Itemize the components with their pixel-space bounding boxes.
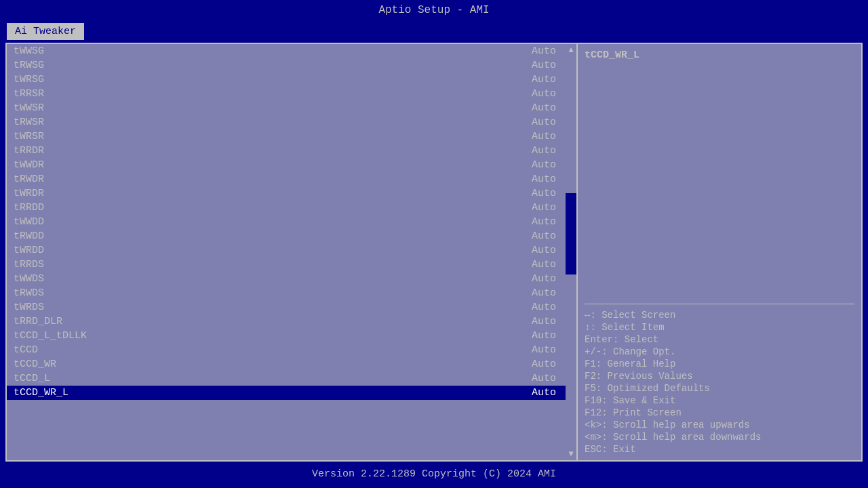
setting-value: Auto [532, 359, 556, 370]
setting-row[interactable]: tRWDDAuto [7, 229, 576, 243]
setting-row[interactable]: tRRSRAuto [7, 87, 576, 101]
setting-value: Auto [532, 174, 556, 185]
setting-row[interactable]: tWWDSAuto [7, 272, 576, 286]
tab-ai-tweaker[interactable]: Ai Tweaker [7, 23, 84, 40]
setting-value: Auto [532, 74, 556, 85]
setting-value: Auto [532, 117, 556, 128]
setting-row[interactable]: tWRSGAuto [7, 73, 576, 87]
setting-row[interactable]: tWRDDAuto [7, 243, 576, 258]
scrollbar[interactable]: ▲ ▼ [566, 44, 576, 460]
setting-name: tWRSG [14, 74, 44, 85]
setting-row[interactable]: tCCD_WR_LAuto [7, 386, 576, 400]
setting-row[interactable]: tWWDDAuto [7, 215, 576, 229]
left-panel: tWWSGAutotRWSGAutotWRSGAutotRRSRAutotWWS… [7, 44, 576, 460]
setting-value: Auto [532, 202, 556, 214]
setting-name: tCCD_WR [14, 359, 56, 370]
setting-value: Auto [532, 102, 556, 114]
setting-name: tWRDD [14, 245, 44, 256]
key-help: ↔: Select Screen↕: Select ItemEnter: Sel… [585, 310, 854, 455]
setting-row[interactable]: tRRDRAuto [7, 144, 576, 158]
setting-row[interactable]: tRWSGAuto [7, 58, 576, 73]
setting-value: Auto [532, 60, 556, 71]
setting-name: tRWDS [14, 287, 44, 299]
setting-row[interactable]: tRRD_DLRAuto [7, 314, 576, 329]
setting-value: Auto [532, 45, 556, 57]
help-divider [585, 304, 854, 304]
key-row: ↕: Select Item [585, 322, 854, 333]
scroll-up-arrow[interactable]: ▲ [566, 44, 576, 56]
setting-row[interactable]: tWWSRAuto [7, 101, 576, 115]
key-row: <m>: Scroll help area downwards [585, 432, 854, 443]
setting-name: tWRDR [14, 188, 44, 199]
scroll-thumb[interactable] [566, 193, 576, 274]
setting-name: tCCD_L [14, 373, 50, 384]
key-row: ESC: Exit [585, 444, 854, 455]
header-title: Aptio Setup - AMI [378, 4, 489, 16]
setting-name: tWWSR [14, 102, 44, 114]
setting-value: Auto [532, 145, 556, 157]
setting-row[interactable]: tRWSRAuto [7, 115, 576, 129]
setting-row[interactable]: tWRSRAuto [7, 129, 576, 144]
settings-list: tWWSGAutotRWSGAutotWRSGAutotRRSRAutotWWS… [7, 44, 576, 460]
key-row: F12: Print Screen [585, 407, 854, 418]
footer-text: Version 2.22.1289 Copyright (C) 2024 AMI [312, 468, 556, 480]
setting-value: Auto [532, 245, 556, 256]
setting-name: tCCD_WR_L [14, 387, 68, 399]
setting-name: tWWDR [14, 159, 44, 171]
setting-value: Auto [532, 159, 556, 171]
setting-name: tWRDS [14, 302, 44, 313]
key-row: Enter: Select [585, 334, 854, 345]
main-content: tWWSGAutotRWSGAutotWRSGAutotRRSRAutotWWS… [5, 43, 863, 462]
setting-name: tRWDR [14, 174, 44, 185]
key-row: F2: Previous Values [585, 371, 854, 382]
setting-row[interactable]: tWWSGAuto [7, 44, 576, 58]
setting-value: Auto [532, 259, 556, 270]
scroll-down-arrow[interactable]: ▼ [566, 448, 576, 460]
setting-value: Auto [532, 302, 556, 313]
key-row: F10: Save & Exit [585, 395, 854, 406]
setting-name: tCCD_L_tDLLK [14, 330, 87, 342]
footer: Version 2.22.1289 Copyright (C) 2024 AMI [0, 464, 868, 484]
setting-row[interactable]: tCCD_L_tDLLKAuto [7, 329, 576, 343]
setting-value: Auto [532, 316, 556, 327]
setting-row[interactable]: tRRDSAuto [7, 258, 576, 272]
setting-row[interactable]: tRWDSAuto [7, 286, 576, 300]
setting-name: tRWSG [14, 60, 44, 71]
setting-name: tWWDD [14, 216, 44, 228]
setting-name: tRWDD [14, 230, 44, 242]
key-row: +/-: Change Opt. [585, 346, 854, 357]
setting-value: Auto [532, 230, 556, 242]
setting-value: Auto [532, 131, 556, 142]
key-row: <k>: Scroll help area upwards [585, 420, 854, 430]
setting-value: Auto [532, 330, 556, 342]
setting-name: tRRD_DLR [14, 316, 62, 327]
right-panel: tCCD_WR_L ↔: Select Screen↕: Select Item… [578, 44, 861, 460]
setting-row[interactable]: tRWDRAuto [7, 172, 576, 186]
setting-row[interactable]: tRRDDAuto [7, 201, 576, 215]
setting-row[interactable]: tCCD_WRAuto [7, 357, 576, 371]
help-area [585, 66, 854, 298]
setting-row[interactable]: tWRDSAuto [7, 300, 576, 314]
setting-name: tRRDS [14, 259, 44, 270]
setting-row[interactable]: tWWDRAuto [7, 158, 576, 172]
setting-value: Auto [532, 88, 556, 100]
setting-name: tRRDD [14, 202, 44, 214]
setting-name: tCCD [14, 344, 38, 356]
setting-value: Auto [532, 188, 556, 199]
setting-row[interactable]: tCCDAuto [7, 343, 576, 357]
setting-row[interactable]: tWRDRAuto [7, 186, 576, 201]
tab-bar: Ai Tweaker [0, 20, 868, 40]
setting-value: Auto [532, 216, 556, 228]
setting-name: tWRSR [14, 131, 44, 142]
setting-value: Auto [532, 387, 556, 399]
setting-value: Auto [532, 273, 556, 285]
key-row: F1: General Help [585, 359, 854, 369]
help-title: tCCD_WR_L [585, 49, 854, 61]
setting-row[interactable]: tCCD_LAuto [7, 371, 576, 386]
key-row: F5: Optimized Defaults [585, 383, 854, 394]
setting-name: tRWSR [14, 117, 44, 128]
scroll-track[interactable] [566, 56, 576, 448]
header: Aptio Setup - AMI [0, 0, 868, 20]
key-row: ↔: Select Screen [585, 310, 854, 321]
setting-name: tWWDS [14, 273, 44, 285]
